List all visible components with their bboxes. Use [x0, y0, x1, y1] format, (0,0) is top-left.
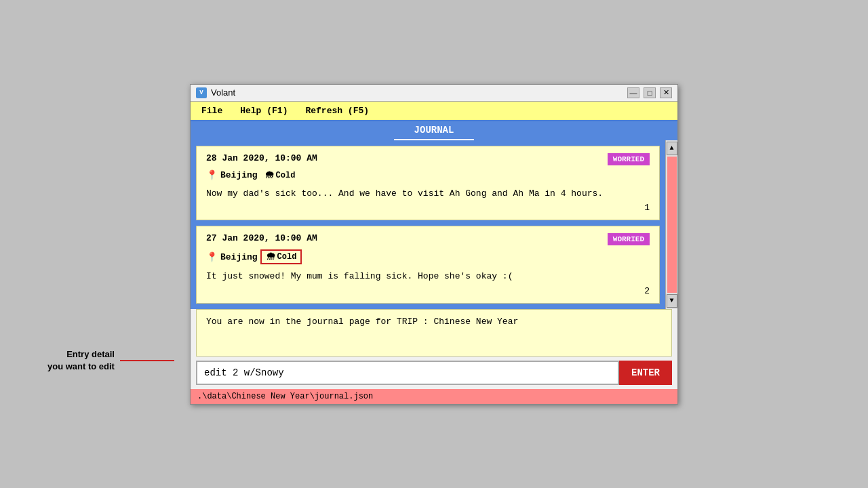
maximize-button[interactable]: □	[644, 87, 656, 98]
statusbar: .\data\Chinese New Year\journal.json	[191, 389, 677, 404]
statusbar-path: .\data\Chinese New Year\journal.json	[197, 392, 373, 401]
journal-entry-1: 28 Jan 2020, 10:00 AM WORRIED 📍 Beijing …	[196, 146, 660, 221]
close-button[interactable]: ✕	[660, 87, 672, 98]
menubar: File Help (F1) Refresh (F5)	[191, 102, 677, 121]
entry-1-text: Now my dad's sick too... And we have to …	[206, 187, 650, 201]
entry-1-location-row: 📍 Beijing 🌨 Cold	[206, 169, 650, 182]
command-input[interactable]	[196, 361, 619, 385]
tabbar: JOURNAL	[191, 121, 677, 140]
entry-2-weather-badge[interactable]: 🌨 Cold	[260, 249, 302, 264]
scrollbar[interactable]: ▲ ▼	[665, 140, 677, 309]
callout-label: Entry detail you want to edit	[47, 348, 174, 373]
main-content: 28 Jan 2020, 10:00 AM WORRIED 📍 Beijing …	[191, 140, 677, 309]
menu-file[interactable]: File	[193, 103, 231, 119]
menu-refresh[interactable]: Refresh (F5)	[297, 103, 377, 119]
entry-1-weather-icon: 🌨	[264, 170, 274, 181]
window-controls: — □ ✕	[627, 87, 672, 98]
input-area: ENTER	[196, 361, 672, 385]
journal-scroll-area: 28 Jan 2020, 10:00 AM WORRIED 📍 Beijing …	[191, 140, 665, 309]
scroll-track[interactable]	[667, 157, 677, 293]
entry-2-location: Beijing	[220, 252, 258, 262]
status-message-box: You are now in the journal page for TRIP…	[196, 309, 672, 357]
titlebar: V Volant — □ ✕	[191, 85, 677, 102]
scroll-down-button[interactable]: ▼	[667, 294, 677, 308]
app-icon: V	[196, 87, 207, 98]
status-message: You are now in the journal page for TRIP…	[206, 317, 518, 327]
app-window: V Volant — □ ✕ File Help (F1) Refresh (F…	[190, 84, 678, 405]
entry-2-mood: WORRIED	[608, 233, 650, 245]
entry-1-pin-icon: 📍	[206, 169, 218, 181]
entry-2-location-row: 📍 Beijing 🌨 Cold	[206, 249, 650, 264]
journal-entry-2: 27 Jan 2020, 10:00 AM WORRIED 📍 Beijing …	[196, 226, 660, 304]
scroll-up-button[interactable]: ▲	[667, 142, 677, 155]
entry-2-number: 2	[206, 286, 650, 296]
window-title: Volant	[211, 87, 627, 98]
entry-2-weather-icon: 🌨	[266, 251, 275, 262]
minimize-button[interactable]: —	[627, 87, 639, 98]
entry-2-text: It just snowed! My mum is falling sick. …	[206, 270, 650, 283]
entry-1-location: Beijing	[220, 170, 258, 180]
entry-2-header: 27 Jan 2020, 10:00 AM WORRIED	[206, 233, 650, 245]
entry-2-weather-label: Cold	[277, 252, 297, 262]
menu-help[interactable]: Help (F1)	[232, 103, 296, 119]
entry-1-mood: WORRIED	[608, 153, 650, 165]
callout-line1: Entry detail	[66, 349, 115, 359]
enter-button[interactable]: ENTER	[619, 361, 672, 385]
entry-1-number: 1	[206, 203, 650, 213]
entry-1-weather-badge: 🌨 Cold	[260, 169, 300, 182]
entry-2-pin-icon: 📍	[206, 251, 218, 263]
entry-1-header: 28 Jan 2020, 10:00 AM WORRIED	[206, 153, 650, 165]
callout-line2: you want to edit	[47, 361, 115, 371]
callout-arrow	[120, 360, 174, 361]
entry-1-weather-label: Cold	[276, 171, 296, 180]
entry-1-date: 28 Jan 2020, 10:00 AM	[206, 153, 317, 163]
tab-journal[interactable]: JOURNAL	[394, 121, 475, 140]
entry-2-date: 27 Jan 2020, 10:00 AM	[206, 233, 317, 243]
